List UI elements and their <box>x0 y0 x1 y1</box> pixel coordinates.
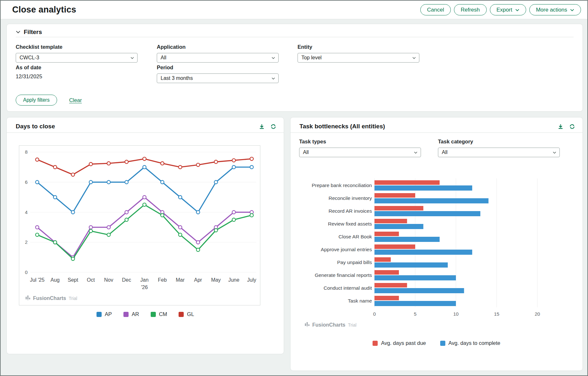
svg-text:Pay unpaid bills: Pay unpaid bills <box>337 260 372 265</box>
svg-text:Mar: Mar <box>176 277 185 283</box>
svg-text:4: 4 <box>25 209 28 215</box>
svg-text:20: 20 <box>535 311 540 317</box>
task-bottlenecks-header: Task bottlenecks (All entities) <box>299 123 576 130</box>
cancel-button[interactable]: Cancel <box>420 4 451 15</box>
download-icon[interactable] <box>557 123 564 130</box>
refresh-button-label: Refresh <box>461 7 480 13</box>
watermark-brand: FusionCharts <box>312 322 345 328</box>
svg-text:Conduct internal audit: Conduct internal audit <box>323 285 372 291</box>
svg-text:5: 5 <box>414 311 416 317</box>
application-label: Application <box>157 44 279 50</box>
svg-text:July: July <box>247 277 256 283</box>
legend-swatch <box>373 341 378 346</box>
legend-item[interactable]: CM <box>151 311 167 317</box>
entity-field: Entity Top level <box>298 44 419 63</box>
checklist-template-value: CWCL-3 <box>20 55 39 61</box>
svg-text:Generate financial reports: Generate financial reports <box>315 272 372 278</box>
svg-text:Task name: Task name <box>348 298 372 303</box>
task-bottlenecks-panel: Task bottlenecks (All entities) Task typ… <box>290 117 583 371</box>
bar-chart-svg: 05101520Prepare bank reconciliationRecon… <box>298 174 544 333</box>
download-icon[interactable] <box>258 123 265 130</box>
filters-collapse-toggle[interactable]: Filters <box>16 29 42 36</box>
filters-panel: Filters Checklist template CWCL-3 Applic… <box>6 24 583 112</box>
days-to-close-panel: Days to close 02468Jul '25AugSeptOctNovD… <box>6 117 284 354</box>
legend-swatch <box>123 312 129 317</box>
header-actions: Cancel Refresh Export More actions <box>420 4 581 15</box>
legend-item[interactable]: Avg. days past due <box>373 340 426 346</box>
entity-label: Entity <box>298 44 419 50</box>
task-category-field: Task category All <box>438 139 560 157</box>
legend-item[interactable]: AR <box>123 311 139 317</box>
svg-text:2: 2 <box>25 239 28 245</box>
page-title: Close analytics <box>12 5 76 15</box>
task-types-value: All <box>303 150 309 155</box>
legend-swatch <box>179 312 184 317</box>
svg-text:0: 0 <box>25 269 28 275</box>
legend-item[interactable]: GL <box>179 311 194 317</box>
clear-filters-link[interactable]: Clear <box>69 97 82 103</box>
application-select[interactable]: All <box>157 53 279 63</box>
chevron-down-icon <box>414 150 417 155</box>
legend-swatch <box>151 312 156 317</box>
svg-text:8: 8 <box>25 149 28 155</box>
svg-text:10: 10 <box>453 311 459 317</box>
task-category-label: Task category <box>438 139 560 145</box>
task-category-select[interactable]: All <box>438 148 560 157</box>
chevron-down-icon <box>130 55 134 61</box>
svg-text:Review fixed assets: Review fixed assets <box>328 221 372 226</box>
legend-swatch <box>97 312 102 317</box>
legend-item[interactable]: Avg. days to complete <box>440 340 500 346</box>
svg-text:Feb: Feb <box>158 277 167 283</box>
divider <box>16 37 574 37</box>
fusioncharts-watermark: FusionCharts Trial <box>26 295 77 302</box>
legend-label: AR <box>132 311 139 317</box>
legend-label: GL <box>187 311 194 317</box>
bar-chart-legend: Avg. days past dueAvg. days to complete <box>290 340 583 346</box>
as-of-date-label: As of date <box>16 64 138 71</box>
divider <box>7 132 284 133</box>
svg-text:Nov: Nov <box>104 277 113 283</box>
chevron-down-icon <box>16 29 21 35</box>
fusioncharts-watermark: FusionCharts Trial <box>305 322 357 328</box>
more-actions-button[interactable]: More actions <box>529 4 581 15</box>
watermark-brand: FusionCharts <box>33 295 66 301</box>
period-field: Period Last 3 months <box>157 64 279 83</box>
period-value: Last 3 months <box>161 75 193 81</box>
task-category-value: All <box>442 150 448 155</box>
export-button-label: Export <box>497 7 512 13</box>
legend-item[interactable]: AP <box>97 311 112 317</box>
divider <box>290 132 583 133</box>
chevron-down-icon <box>412 55 416 61</box>
page: Close analytics Cancel Refresh Export Mo… <box>0 0 588 376</box>
watermark-suffix: Trial <box>69 296 77 301</box>
checklist-template-select[interactable]: CWCL-3 <box>16 53 138 63</box>
svg-text:'26: '26 <box>141 285 148 290</box>
chevron-down-icon <box>272 75 275 81</box>
days-to-close-title: Days to close <box>16 123 55 130</box>
cancel-button-label: Cancel <box>427 7 444 13</box>
chevron-down-icon <box>515 7 519 13</box>
svg-text:May: May <box>211 277 221 283</box>
export-button[interactable]: Export <box>490 4 526 15</box>
as-of-date-value: 12/31/2025 <box>16 73 138 80</box>
apply-filters-button[interactable]: Apply filters <box>16 95 57 106</box>
filters-actions: Apply filters Clear <box>16 95 82 106</box>
legend-label: AP <box>105 311 112 317</box>
svg-text:Dec: Dec <box>122 277 131 283</box>
svg-text:Prepare bank reconciliation: Prepare bank reconciliation <box>312 183 372 188</box>
entity-value: Top level <box>301 55 322 61</box>
svg-text:Apr: Apr <box>194 277 202 283</box>
task-types-label: Task types <box>299 139 421 145</box>
svg-text:Sept: Sept <box>68 277 78 283</box>
entity-select[interactable]: Top level <box>298 53 419 63</box>
as-of-date-field: As of date 12/31/2025 <box>16 64 138 80</box>
checklist-template-label: Checklist template <box>16 44 138 50</box>
filters-title: Filters <box>24 29 42 36</box>
refresh-icon[interactable] <box>568 123 576 130</box>
task-types-select[interactable]: All <box>299 148 421 157</box>
refresh-button[interactable]: Refresh <box>454 4 487 15</box>
period-select[interactable]: Last 3 months <box>157 73 279 83</box>
line-chart-legend: APARCMGL <box>7 311 284 317</box>
legend-label: Avg. days to complete <box>449 340 500 346</box>
refresh-icon[interactable] <box>270 123 277 130</box>
